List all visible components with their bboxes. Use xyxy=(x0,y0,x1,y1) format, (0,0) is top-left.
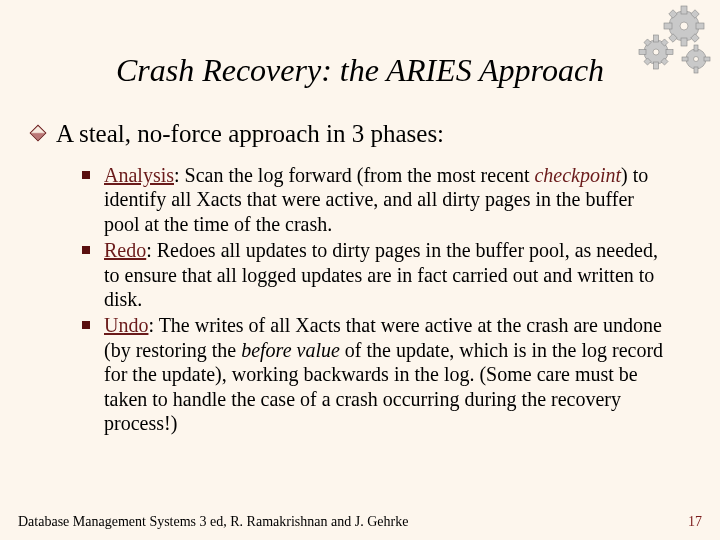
slide: Crash Recovery: the ARIES Approach A ste… xyxy=(0,0,720,540)
list-item: Undo: The writes of all Xacts that were … xyxy=(82,313,668,435)
footer: Database Management Systems 3 ed, R. Ram… xyxy=(18,514,702,530)
slide-title: Crash Recovery: the ARIES Approach xyxy=(24,52,696,89)
footer-source: Database Management Systems 3 ed, R. Ram… xyxy=(18,514,408,530)
before-value-term: before value xyxy=(241,339,340,361)
list-item: Redo: Redoes all updates to dirty pages … xyxy=(82,238,668,311)
phase-name: Analysis xyxy=(104,164,174,186)
svg-rect-2 xyxy=(681,38,687,46)
svg-rect-4 xyxy=(664,23,672,29)
svg-rect-1 xyxy=(681,6,687,14)
svg-point-0 xyxy=(669,11,699,41)
phase-analysis: Analysis: Scan the log forward (from the… xyxy=(104,163,668,236)
square-bullet-icon xyxy=(82,171,90,179)
svg-rect-6 xyxy=(669,34,677,42)
svg-rect-18 xyxy=(644,39,651,46)
svg-rect-3 xyxy=(696,23,704,29)
svg-rect-8 xyxy=(669,10,677,18)
checkpoint-term: checkpoint xyxy=(534,164,621,186)
svg-rect-15 xyxy=(661,39,668,46)
phase-redo: Redo: Redoes all updates to dirty pages … xyxy=(104,238,668,311)
diamond-bullet-icon xyxy=(30,125,47,142)
phase-text: : Redoes all updates to dirty pages in t… xyxy=(104,239,658,310)
svg-rect-21 xyxy=(694,45,698,51)
phase-undo: Undo: The writes of all Xacts that were … xyxy=(104,313,668,435)
phase-name: Redo xyxy=(104,239,146,261)
intro-bullet: A steal, no-force approach in 3 phases: xyxy=(32,119,696,149)
phase-text: : Scan the log forward (from the most re… xyxy=(174,164,534,186)
svg-rect-5 xyxy=(691,10,699,18)
svg-rect-23 xyxy=(704,57,710,61)
svg-rect-11 xyxy=(654,35,659,42)
page-number: 17 xyxy=(688,514,702,530)
svg-point-9 xyxy=(680,22,688,30)
intro-text: A steal, no-force approach in 3 phases: xyxy=(56,119,444,149)
phase-list: Analysis: Scan the log forward (from the… xyxy=(82,163,668,435)
square-bullet-icon xyxy=(82,321,90,329)
list-item: Analysis: Scan the log forward (from the… xyxy=(82,163,668,236)
phase-name: Undo xyxy=(104,314,148,336)
square-bullet-icon xyxy=(82,246,90,254)
svg-rect-7 xyxy=(691,34,699,42)
